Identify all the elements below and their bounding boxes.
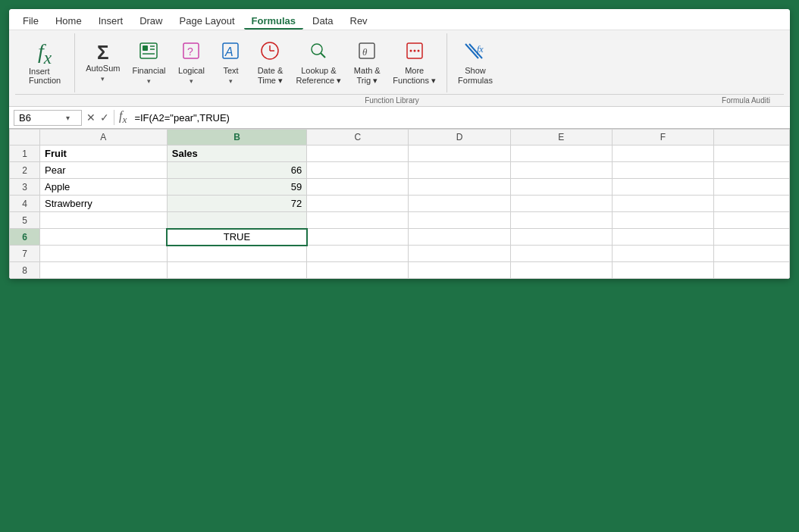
cell-d5[interactable] (409, 212, 510, 229)
cell-b8[interactable] (167, 262, 307, 279)
cell-b4[interactable]: 72 (167, 196, 307, 212)
formula-input[interactable] (131, 111, 785, 125)
cell-e3[interactable] (510, 179, 612, 196)
col-header-c[interactable]: C (307, 130, 409, 146)
datetime-button[interactable]: Date &Time ▾ (252, 37, 288, 89)
cell-e1[interactable] (510, 146, 612, 162)
cell-a2[interactable]: Pear (40, 162, 168, 179)
cell-extra7[interactable] (714, 246, 790, 262)
menu-formulas[interactable]: Formulas (244, 12, 304, 30)
cell-a8[interactable] (40, 262, 168, 279)
financial-label: Financial▾ (132, 66, 165, 86)
logical-button[interactable]: ? Logical▾ (173, 37, 209, 89)
cell-reference-box[interactable]: ▾ (14, 110, 82, 126)
cell-e7[interactable] (510, 246, 612, 262)
cell-c2[interactable] (307, 162, 409, 179)
cell-e6[interactable] (510, 229, 612, 246)
cell-a6[interactable] (40, 229, 168, 246)
cell-e8[interactable] (510, 262, 612, 279)
col-header-f[interactable]: F (612, 130, 713, 146)
table-row: 4 Strawberry 72 (10, 196, 790, 212)
financial-button[interactable]: Financial▾ (127, 37, 170, 89)
cell-f4[interactable] (612, 196, 713, 212)
cell-c4[interactable] (307, 196, 409, 212)
more-functions-button[interactable]: MoreFunctions ▾ (388, 37, 440, 89)
cell-c3[interactable] (307, 179, 409, 196)
cell-d7[interactable] (409, 246, 510, 262)
menu-page-layout[interactable]: Page Layout (172, 12, 243, 30)
cell-a5[interactable] (40, 212, 168, 229)
cancel-formula-button[interactable]: ✕ (86, 111, 96, 124)
cell-d6[interactable] (409, 229, 510, 246)
cell-c7[interactable] (307, 246, 409, 262)
cell-e5[interactable] (510, 212, 612, 229)
confirm-formula-button[interactable]: ✓ (100, 111, 109, 124)
menu-home[interactable]: Home (48, 12, 89, 30)
cell-d2[interactable] (409, 162, 510, 179)
cell-c6[interactable] (307, 229, 409, 246)
math-button[interactable]: θ Math &Trig ▾ (349, 37, 385, 89)
cell-f6[interactable] (612, 229, 713, 246)
svg-text:A: A (224, 45, 233, 58)
cell-extra6[interactable] (714, 229, 790, 246)
text-button[interactable]: A Text▾ (212, 37, 249, 89)
cell-extra1[interactable] (714, 146, 790, 162)
cell-f3[interactable] (612, 179, 713, 196)
formula-bar: ▾ ✕ ✓ fx (9, 107, 790, 129)
row-header-7: 7 (10, 246, 40, 262)
cell-b3[interactable]: 59 (167, 179, 307, 196)
autosum-icon: Σ (97, 42, 109, 62)
cell-extra2[interactable] (714, 162, 790, 179)
cell-e4[interactable] (510, 196, 612, 212)
svg-rect-1 (143, 45, 148, 51)
cell-ref-chevron-icon[interactable]: ▾ (66, 114, 70, 122)
cell-b2[interactable]: 66 (167, 162, 307, 179)
logical-icon: ? (180, 40, 202, 64)
cell-c1[interactable] (307, 146, 409, 162)
cell-f8[interactable] (612, 262, 713, 279)
cell-b1[interactable]: Sales (167, 146, 307, 162)
autosum-button[interactable]: Σ AutoSum▾ (81, 39, 124, 86)
col-header-a[interactable]: A (40, 130, 168, 146)
show-formulas-button[interactable]: fx ShowFormulas (453, 37, 497, 89)
cell-c8[interactable] (307, 262, 409, 279)
spreadsheet: A B C D E F 1 Fruit Sales (9, 129, 790, 279)
cell-extra3[interactable] (714, 179, 790, 196)
menu-data[interactable]: Data (305, 12, 340, 30)
cell-a1[interactable]: Fruit (40, 146, 168, 162)
cell-a3[interactable]: Apple (40, 179, 168, 196)
fx-formula-button[interactable]: fx (119, 109, 127, 126)
text-icon: A (220, 40, 241, 64)
cell-extra5[interactable] (714, 212, 790, 229)
svg-point-12 (312, 44, 322, 55)
cell-f5[interactable] (612, 212, 713, 229)
cell-d1[interactable] (409, 146, 510, 162)
menu-file[interactable]: File (15, 12, 46, 30)
cell-extra8[interactable] (714, 262, 790, 279)
lookup-button[interactable]: Lookup &Reference ▾ (291, 37, 346, 89)
cell-b5[interactable] (167, 212, 307, 229)
col-header-d[interactable]: D (409, 130, 510, 146)
cell-f7[interactable] (612, 246, 713, 262)
svg-rect-0 (140, 43, 157, 58)
cell-f1[interactable] (612, 146, 713, 162)
menu-bar: File Home Insert Draw Page Layout Formul… (9, 9, 790, 30)
cell-a7[interactable] (40, 246, 168, 262)
cell-extra4[interactable] (714, 196, 790, 212)
cell-a4[interactable]: Strawberry (40, 196, 168, 212)
cell-ref-input[interactable] (19, 112, 64, 124)
col-header-b[interactable]: B (167, 130, 307, 146)
cell-c5[interactable] (307, 212, 409, 229)
cell-d4[interactable] (409, 196, 510, 212)
menu-insert[interactable]: Insert (91, 12, 131, 30)
col-header-e[interactable]: E (510, 130, 612, 146)
cell-e2[interactable] (510, 162, 612, 179)
cell-d8[interactable] (409, 262, 510, 279)
cell-b7[interactable] (167, 246, 307, 262)
menu-draw[interactable]: Draw (132, 12, 170, 30)
menu-review[interactable]: Rev (343, 12, 375, 30)
insert-function-button[interactable]: fx InsertFunction (21, 36, 68, 89)
cell-b6[interactable]: TRUE (167, 229, 307, 246)
cell-d3[interactable] (409, 179, 510, 196)
cell-f2[interactable] (612, 162, 713, 179)
